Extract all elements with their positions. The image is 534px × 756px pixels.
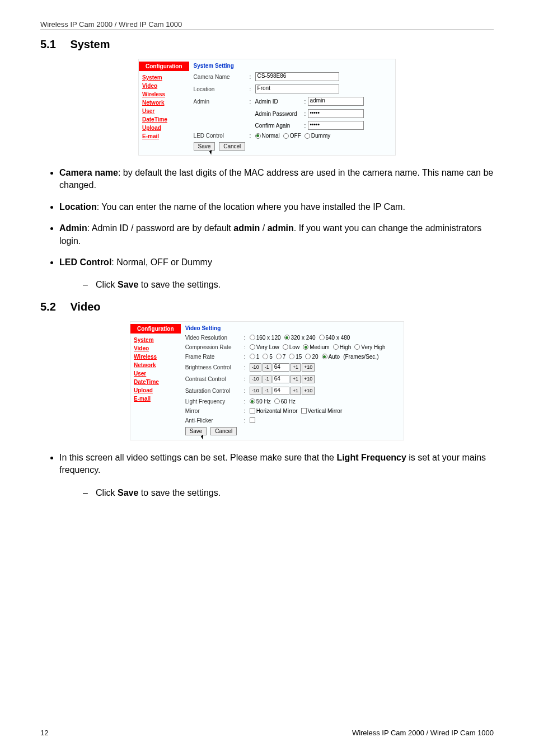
radio-icon (250, 344, 255, 350)
contrast-value[interactable]: 64 (273, 375, 289, 383)
desc: Click (96, 280, 118, 289)
comp-high-radio[interactable]: High (333, 344, 352, 350)
admin-id-input[interactable]: admin (308, 97, 364, 106)
res-320-radio[interactable]: 320 x 240 (284, 335, 316, 341)
sidebar-item-datetime[interactable]: DateTime (139, 115, 189, 124)
comp-vlow-radio[interactable]: Very Low (250, 344, 279, 350)
colon: : (244, 335, 250, 341)
radio-icon (263, 354, 268, 359)
save-instruction: Click Save to save the settings. (83, 279, 494, 291)
fr-1-radio[interactable]: 1 (250, 354, 260, 360)
opt-label: Vertical Mirror (308, 408, 343, 414)
contrast-minus10-button[interactable]: -10 (250, 375, 261, 383)
admin-password-input[interactable]: ••••• (308, 109, 364, 118)
sidebar-item-network[interactable]: Network (139, 98, 189, 107)
sidebar-header: Configuration (139, 62, 189, 71)
sidebar-item-video[interactable]: Video (130, 344, 181, 353)
cancel-button[interactable]: Cancel (210, 427, 237, 435)
sidebar-item-upload[interactable]: Upload (130, 386, 181, 395)
section-5-1-heading: 5.1 System (40, 38, 494, 51)
save-button[interactable]: Save (194, 142, 216, 151)
term: Location (59, 202, 97, 212)
location-desc: Location: You can enter the name of the … (59, 201, 494, 213)
freq-60-radio[interactable]: 60 Hz (274, 398, 296, 405)
colon: : (244, 344, 250, 350)
sidebar-item-wireless[interactable]: Wireless (139, 90, 189, 98)
config-sidebar: Configuration System Video Wireless Netw… (139, 59, 189, 155)
sidebar-item-upload[interactable]: Upload (139, 124, 189, 132)
contrast-minus1-button[interactable]: -1 (263, 375, 271, 383)
sidebar-item-user[interactable]: User (139, 107, 189, 115)
brightness-plus10-button[interactable]: +10 (302, 363, 315, 372)
system-description-list: Camera name: by default the last digits … (40, 167, 494, 292)
comp-vhigh-radio[interactable]: Very High (354, 344, 385, 350)
res-640-radio[interactable]: 640 x 480 (319, 335, 350, 341)
fr-20-radio[interactable]: 20 (305, 354, 318, 360)
led-normal-radio[interactable]: Normal (255, 133, 280, 139)
anti-flicker-checkbox[interactable] (250, 417, 255, 423)
location-input[interactable]: Front (255, 84, 339, 93)
desc: : by default the last digits of the MAC … (59, 168, 493, 190)
saturation-minus10-button[interactable]: -10 (250, 387, 261, 395)
fr-7-radio[interactable]: 7 (276, 354, 286, 360)
freq-50-radio[interactable]: 50 Hz (250, 398, 271, 405)
section-title: System (70, 38, 110, 50)
term: Admin (59, 223, 87, 233)
camera-name-desc: Camera name: by default the last digits … (59, 167, 494, 192)
opt-label: 20 (312, 354, 318, 360)
section-title: Video (70, 300, 100, 313)
confirm-input[interactable]: ••••• (308, 121, 364, 130)
checkbox-icon (250, 408, 255, 414)
saturation-plus1-button[interactable]: +1 (291, 387, 301, 395)
horizontal-mirror-checkbox[interactable]: Horizontal Mirror (250, 408, 298, 414)
fr-15-radio[interactable]: 15 (289, 354, 302, 360)
section-number: 5.2 (40, 300, 56, 313)
desc: Click (96, 488, 118, 497)
sidebar-item-system[interactable]: System (130, 336, 181, 344)
radio-icon (276, 354, 282, 359)
sidebar-item-system[interactable]: System (139, 73, 189, 82)
brightness-minus10-button[interactable]: -10 (250, 363, 261, 372)
sidebar-item-email[interactable]: E-mail (139, 132, 189, 140)
brightness-plus1-button[interactable]: +1 (291, 363, 301, 372)
contrast-plus10-button[interactable]: +10 (302, 375, 315, 383)
sidebar-item-wireless[interactable]: Wireless (130, 353, 181, 361)
opt-label: Low (289, 344, 299, 350)
comp-med-radio[interactable]: Medium (303, 344, 330, 350)
save-button[interactable]: Save (185, 427, 207, 435)
radio-icon (250, 398, 255, 404)
sidebar-item-datetime[interactable]: DateTime (130, 378, 181, 386)
sidebar-item-network[interactable]: Network (130, 361, 181, 369)
opt-label: 320 x 240 (291, 335, 316, 341)
vertical-mirror-checkbox[interactable]: Vertical Mirror (301, 408, 343, 414)
radio-icon (305, 354, 311, 359)
brightness-value[interactable]: 64 (273, 363, 289, 372)
opt-label: 160 x 120 (256, 335, 281, 341)
cancel-button[interactable]: Cancel (219, 142, 245, 151)
sidebar-item-email[interactable]: E-mail (130, 395, 181, 403)
fr-5-radio[interactable]: 5 (263, 354, 273, 360)
colon: : (244, 376, 250, 382)
sidebar-item-video[interactable]: Video (139, 82, 189, 90)
light-freq-label: Light Frequency (185, 398, 244, 405)
saturation-plus10-button[interactable]: +10 (302, 387, 315, 395)
video-settings-desc: In this screen all video settings can be… (59, 452, 494, 499)
saturation-value[interactable]: 64 (273, 387, 289, 395)
res-160-radio[interactable]: 160 x 120 (250, 335, 281, 341)
opt-label: Very Low (256, 344, 279, 350)
contrast-plus1-button[interactable]: +1 (291, 375, 301, 383)
camera-name-label: Camera Name (194, 74, 250, 80)
led-dummy-radio[interactable]: Dummy (305, 133, 330, 139)
colon: : (244, 354, 250, 360)
saturation-minus1-button[interactable]: -1 (263, 387, 271, 395)
fr-auto-radio[interactable]: Auto (322, 354, 340, 360)
page-footer: 12 Wireless IP Cam 2000 / Wired IP Cam 1… (40, 729, 494, 737)
desc: / (260, 223, 267, 233)
camera-name-input[interactable]: CS-598E86 (255, 72, 339, 81)
opt-label: Medium (310, 344, 330, 350)
sidebar-item-user[interactable]: User (130, 369, 181, 378)
led-off-radio[interactable]: OFF (283, 133, 301, 139)
brightness-minus1-button[interactable]: -1 (263, 363, 271, 372)
opt-label: Horizontal Mirror (256, 408, 298, 414)
comp-low-radio[interactable]: Low (283, 344, 299, 350)
